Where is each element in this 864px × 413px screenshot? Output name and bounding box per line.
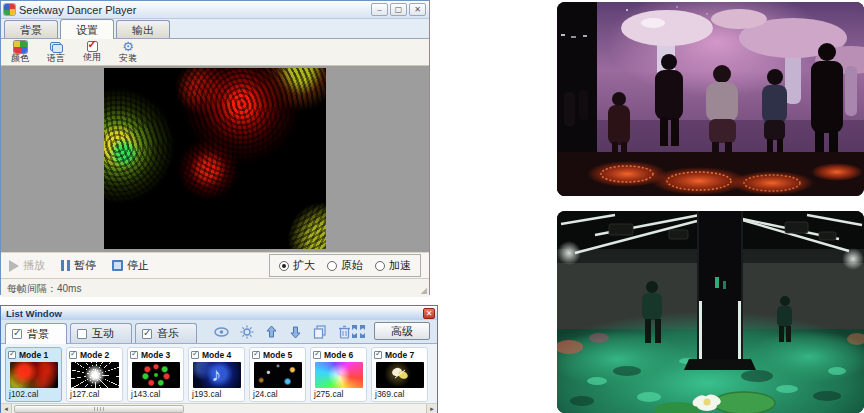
install-gear-icon: ⚙ — [122, 40, 134, 53]
player-control-bar: 播放 暂停 停止 扩大 原始 加速 — [1, 252, 429, 278]
scroll-right-icon[interactable]: ▸ — [426, 404, 437, 413]
tab-background-list[interactable]: 背景 — [5, 323, 67, 344]
list-toolbar — [214, 325, 351, 339]
preview-eye-icon[interactable] — [214, 326, 229, 338]
frame-interval-text: 每帧间隔：40ms — [7, 283, 81, 294]
mode-thumbnail — [376, 362, 424, 388]
minimize-button[interactable]: – — [371, 3, 388, 16]
player-window-title: Seekway Dancer Player — [19, 4, 369, 16]
checkbox-icon[interactable] — [130, 351, 138, 359]
color-tool-button[interactable]: 颜色 — [5, 40, 35, 65]
player-titlebar: Seekway Dancer Player – ▢ ✕ — [1, 1, 429, 19]
advanced-button[interactable]: 高级 — [374, 322, 430, 340]
tab-background[interactable]: 背景 — [4, 20, 58, 38]
app-logo-icon — [4, 4, 15, 15]
scrollbar-thumb[interactable] — [14, 405, 184, 413]
checkbox-icon[interactable] — [142, 329, 152, 339]
list-titlebar: List Window ✕ — [1, 306, 437, 320]
mode-card-1[interactable]: Mode 1 j102.cal — [5, 347, 62, 402]
mode-thumbnail — [71, 362, 119, 388]
mode-thumbnail — [315, 362, 363, 388]
mode-card-3[interactable]: Mode 3 j143.cal — [127, 347, 184, 402]
language-tool-button[interactable]: 语言 — [41, 40, 71, 65]
mode-card-6[interactable]: Mode 6 j275.cal — [310, 347, 367, 402]
checkbox-icon[interactable] — [12, 329, 22, 339]
radio-icon — [327, 261, 337, 271]
transport-controls: 播放 暂停 停止 — [9, 258, 149, 273]
tab-music-list[interactable]: 音乐 — [135, 323, 197, 343]
radio-accelerate[interactable]: 加速 — [375, 258, 411, 273]
maximize-button[interactable]: ▢ — [390, 3, 407, 16]
move-up-icon[interactable] — [265, 325, 278, 339]
lotus-room-photo-art — [557, 211, 864, 413]
radio-icon — [375, 261, 385, 271]
mode-thumbnail — [193, 362, 241, 388]
usage-checkbox-icon — [87, 41, 98, 52]
close-button[interactable]: ✕ — [409, 3, 426, 16]
brightness-icon[interactable] — [240, 325, 254, 339]
radio-original[interactable]: 原始 — [327, 258, 363, 273]
view-options-group: 扩大 原始 加速 — [269, 254, 421, 277]
mode-card-7[interactable]: Mode 7 j369.cal — [371, 347, 428, 402]
close-icon[interactable]: ✕ — [423, 308, 435, 319]
tab-output[interactable]: 输出 — [116, 20, 170, 38]
play-icon — [9, 260, 19, 272]
list-right-controls: 高级 — [351, 322, 433, 340]
radio-enlarge[interactable]: 扩大 — [279, 258, 315, 273]
play-button[interactable]: 播放 — [9, 258, 45, 273]
checkbox-icon[interactable] — [252, 351, 260, 359]
player-window: Seekway Dancer Player – ▢ ✕ 背景 设置 输出 颜色 … — [0, 0, 430, 295]
install-tool-button[interactable]: ⚙ 安装 — [113, 40, 143, 65]
mushroom-photo-art — [557, 2, 864, 196]
list-window: List Window ✕ 背景 互动 音乐 — [0, 305, 438, 413]
usage-tool-button[interactable]: 使用 — [77, 40, 107, 65]
photo-mushroom-interactive-floor — [557, 2, 864, 196]
mode-card-5[interactable]: Mode 5 j24.cal — [249, 347, 306, 402]
butterfly-icon — [390, 366, 410, 384]
checkbox-icon[interactable] — [374, 351, 382, 359]
stop-button[interactable]: 停止 — [112, 258, 149, 273]
move-down-icon[interactable] — [289, 325, 302, 339]
tab-interactive-list[interactable]: 互动 — [70, 323, 132, 343]
language-dialogs-icon — [50, 42, 63, 53]
mode-thumbnail — [254, 362, 302, 388]
preview-area — [1, 66, 429, 252]
photo-lotus-led-floor-room — [557, 211, 864, 413]
checkbox-icon[interactable] — [8, 351, 16, 359]
checkbox-icon[interactable] — [313, 351, 321, 359]
copy-icon[interactable] — [313, 325, 327, 339]
color-palette-icon — [14, 41, 27, 53]
status-bar: 每帧间隔：40ms ◢ — [1, 278, 429, 297]
checkbox-icon[interactable] — [191, 351, 199, 359]
radio-icon — [279, 261, 289, 271]
list-window-title: List Window — [6, 308, 62, 319]
player-toolbar: 颜色 语言 使用 ⚙ 安装 — [1, 39, 429, 66]
mode-thumbnail — [132, 362, 180, 388]
player-tab-strip: 背景 设置 输出 — [1, 19, 429, 39]
pause-icon — [61, 260, 70, 271]
horizontal-scrollbar[interactable]: ◂ ▸ — [1, 403, 437, 413]
effect-preview-canvas — [104, 68, 326, 249]
pause-button[interactable]: 暂停 — [61, 258, 96, 273]
mode-thumbnail — [10, 362, 58, 388]
delete-trash-icon[interactable] — [338, 325, 351, 339]
list-tab-strip: 背景 互动 音乐 — [1, 320, 437, 344]
mode-list: Mode 1 j102.cal Mode 2 j127.cal Mode 3 j… — [1, 344, 437, 403]
stop-icon — [112, 260, 123, 271]
tab-settings[interactable]: 设置 — [60, 19, 114, 39]
scroll-left-icon[interactable]: ◂ — [1, 404, 12, 413]
checkbox-icon[interactable] — [69, 351, 77, 359]
mode-card-4[interactable]: Mode 4 j193.cal — [188, 347, 245, 402]
resize-grip[interactable]: ◢ — [421, 286, 427, 295]
checkbox-icon[interactable] — [77, 329, 87, 339]
arrange-grid-icon[interactable] — [351, 324, 366, 339]
mode-card-2[interactable]: Mode 2 j127.cal — [66, 347, 123, 402]
